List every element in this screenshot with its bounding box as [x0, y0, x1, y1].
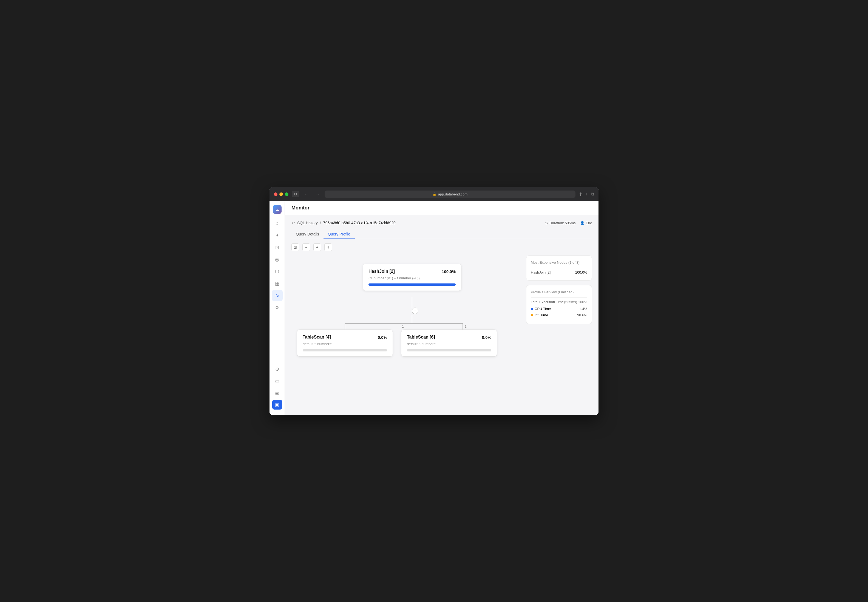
expensive-nodes-card: Most Expensive Nodes (1 of 3) HashJoin [… — [526, 255, 592, 281]
lock-icon: 🔒 — [433, 192, 436, 196]
node-hashjoin-bar — [369, 283, 456, 286]
globe-icon: ◉ — [275, 390, 279, 396]
download-btn[interactable]: ⇩ — [324, 243, 332, 251]
table-icon: ▦ — [275, 281, 280, 286]
plus-circle-icon: ✦ — [275, 232, 279, 238]
diagram-layout: 1 1 HashJoin [2] 100.0% (t1.number (#1) … — [292, 255, 592, 393]
logo-icon: ☁ — [273, 205, 281, 214]
top-bar: Monitor — [285, 201, 599, 215]
docs-icon: ⊙ — [275, 366, 279, 372]
expensive-nodes-title: Most Expensive Nodes (1 of 3) — [531, 260, 587, 264]
breadcrumb-link[interactable]: SQL History — [297, 221, 318, 225]
duration-meta: ⏱ Duration: 535ms — [544, 221, 576, 225]
app-logo[interactable]: ☁ — [272, 204, 282, 214]
browser-back-btn[interactable]: ← — [303, 190, 310, 198]
cpu-time-row: CPU Time 1.4% — [531, 307, 587, 311]
cpu-time-label: CPU Time — [535, 307, 551, 311]
sidebar-item-image[interactable]: ⊡ — [272, 242, 283, 253]
node-hashjoin-subtitle: (t1.number (#1) = t.number (#0)) — [369, 276, 456, 280]
node-hashjoin-title: HashJoin [2] — [369, 269, 395, 274]
sidebar-cta-button[interactable]: ▣ — [272, 400, 282, 410]
sidebar-item-globe[interactable]: ◉ — [272, 388, 283, 399]
expensive-node-row: HashJoin [2] 100.0% — [531, 270, 587, 275]
sidebar-item-table[interactable]: ▦ — [272, 278, 283, 289]
zoom-out-btn[interactable]: − — [303, 243, 310, 251]
node-tablescan-left-header: TableScan [4] 0.0% — [303, 335, 387, 339]
new-tab-icon[interactable]: ＋ — [585, 191, 589, 197]
node-tablescan-right-title: TableScan [6] — [407, 335, 435, 339]
sidebar-item-monitor[interactable]: ∿ — [272, 290, 283, 301]
traffic-light-red[interactable] — [274, 192, 278, 196]
sidebar-item-storage[interactable]: ⬡ — [272, 266, 283, 277]
sidebar-item-docs[interactable]: ⊙ — [272, 364, 283, 375]
profile-overview-title: Profile Overview (Finished) — [531, 290, 587, 294]
node-tablescan-left[interactable]: TableScan [4] 0.0% default.".'numbers' — [297, 330, 393, 357]
search-icon: ⌕ — [276, 220, 278, 226]
sidebar-item-search[interactable]: ⌕ — [272, 218, 283, 229]
edge-label-right: 1 — [465, 325, 467, 329]
sidebar-toggle-btn[interactable]: ⊟ — [292, 191, 300, 197]
exec-time-value: (535ms) 100% — [564, 300, 587, 304]
cpu-time-label-wrap: CPU Time — [531, 307, 551, 311]
page-title: Monitor — [292, 205, 310, 211]
node-hashjoin[interactable]: HashJoin [2] 100.0% (t1.number (#1) = t.… — [363, 264, 461, 291]
node-tablescan-left-bar-fill — [303, 349, 387, 352]
monitor-icon: ∿ — [275, 293, 279, 298]
storage-icon: ⬡ — [275, 269, 279, 275]
user-icon: 👤 — [580, 221, 585, 225]
right-panel: Most Expensive Nodes (1 of 3) HashJoin [… — [526, 255, 592, 393]
traffic-lights — [274, 192, 289, 196]
traffic-light-yellow[interactable] — [280, 192, 283, 196]
data-icon: ◎ — [275, 256, 279, 263]
user-meta: 👤 Eric — [580, 221, 592, 225]
sidebar-item-book[interactable]: ▭ — [272, 376, 283, 387]
breadcrumb-separator: / — [320, 221, 321, 225]
share-icon[interactable]: ⬆ — [579, 192, 582, 197]
sidebar: ☁ ⌕ ✦ ⊡ ◎ ⬡ ▦ ∿ ⚙ — [269, 201, 285, 415]
io-time-label: I/O Time — [535, 313, 548, 317]
node-hashjoin-pct: 100.0% — [442, 269, 456, 274]
expensive-node-label: HashJoin [2] — [531, 270, 550, 275]
profile-overview-card: Profile Overview (Finished) Total Execut… — [526, 285, 592, 324]
clock-icon: ⏱ — [544, 221, 548, 225]
sidebar-item-settings[interactable]: ⚙ — [272, 302, 283, 313]
breadcrumb-back-icon[interactable]: ↩ — [292, 220, 295, 225]
io-time-dot — [531, 314, 533, 316]
io-time-row: I/O Time 98.6% — [531, 313, 587, 317]
diagram-area: 1 1 HashJoin [2] 100.0% (t1.number (#1) … — [292, 255, 521, 393]
node-tablescan-right-subtitle: default.".'numbers' — [407, 342, 491, 346]
node-tablescan-right[interactable]: TableScan [6] 0.0% default.".'numbers' — [401, 330, 497, 357]
node-tablescan-left-subtitle: default.".'numbers' — [303, 342, 387, 346]
breadcrumb-current: 795b48d0-b5b0-47a3-a1f4-a15d74dd6920 — [323, 221, 396, 225]
io-time-label-wrap: I/O Time — [531, 313, 548, 317]
address-bar[interactable]: 🔒 app.databend.com — [325, 190, 576, 198]
browser-actions: ⬆ ＋ ⧉ — [579, 191, 594, 197]
traffic-light-green[interactable] — [285, 192, 289, 196]
sidebar-item-data[interactable]: ◎ — [272, 254, 283, 265]
url-text: app.databend.com — [438, 192, 468, 196]
expand-btn[interactable]: ⊡ — [292, 243, 299, 251]
duration-text: Duration: 535ms — [549, 221, 576, 225]
node-tablescan-right-bar — [407, 349, 491, 352]
cpu-time-dot — [531, 308, 533, 310]
app-layout: ☁ ⌕ ✦ ⊡ ◎ ⬡ ▦ ∿ ⚙ — [269, 201, 599, 415]
tabs-icon[interactable]: ⧉ — [591, 192, 594, 197]
browser-window: ⊟ ← → 🔒 app.databend.com ⬆ ＋ ⧉ ☁ ⌕ ✦ ⊡ — [269, 187, 599, 415]
user-text: Eric — [586, 221, 592, 225]
breadcrumb-meta: ⏱ Duration: 535ms 👤 Eric — [544, 221, 592, 225]
tab-query-details[interactable]: Query Details — [292, 230, 324, 239]
exec-time-label: Total Execution Time — [531, 300, 564, 304]
zoom-in-btn[interactable]: + — [313, 243, 321, 251]
panel-divider — [531, 268, 587, 268]
browser-forward-btn[interactable]: → — [313, 190, 321, 198]
expensive-node-value: 100.0% — [575, 270, 587, 275]
image-icon: ⊡ — [275, 244, 279, 250]
node-tablescan-left-title: TableScan [4] — [303, 335, 331, 339]
diagram-toolbar: ⊡ − + ⇩ — [292, 243, 592, 251]
tabs: Query Details Query Profile — [292, 230, 592, 239]
collapse-btn[interactable]: − — [412, 307, 418, 314]
tab-query-profile[interactable]: Query Profile — [324, 230, 355, 239]
sidebar-item-add[interactable]: ✦ — [272, 230, 283, 241]
node-tablescan-left-bar — [303, 349, 387, 352]
book-icon: ▭ — [275, 378, 280, 384]
